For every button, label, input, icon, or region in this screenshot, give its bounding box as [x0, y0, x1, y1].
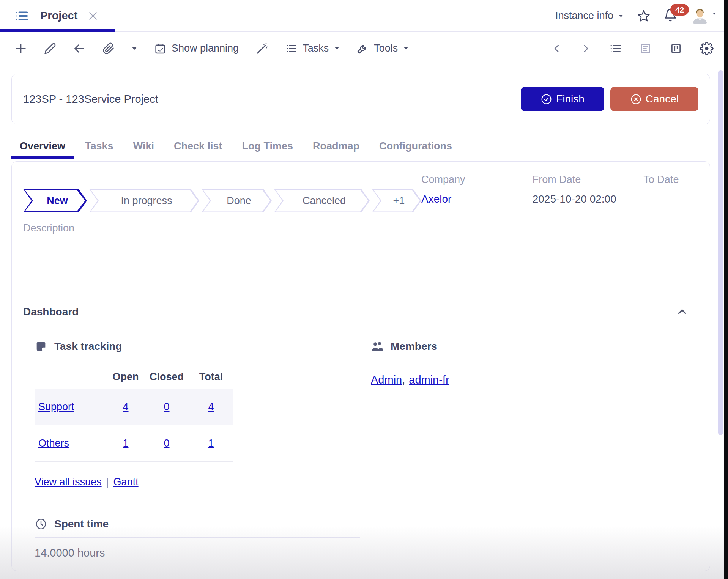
more-actions-caret-icon[interactable]: [131, 46, 137, 52]
notification-count-badge: 42: [670, 4, 689, 16]
cancel-label: Cancel: [646, 93, 679, 105]
magic-wand-icon[interactable]: [255, 42, 268, 55]
record-header-card: 123SP - 123Service Project Finish: [11, 74, 710, 124]
table-header-row: Open Closed Total: [35, 365, 233, 389]
tab-log-times[interactable]: Log Times: [233, 140, 301, 158]
check-circle-icon: [540, 93, 552, 105]
others-total-link[interactable]: 1: [208, 437, 214, 449]
dashboard-divider: [23, 324, 698, 324]
open-view-tab[interactable]: Project: [40, 9, 99, 22]
tab-configurations[interactable]: Configurations: [371, 140, 460, 158]
task-tracking-title: Task tracking: [54, 340, 122, 352]
description-label: Description: [23, 222, 698, 234]
instance-info-label: Instance info: [555, 10, 613, 22]
tab-check-list[interactable]: Check list: [165, 140, 231, 158]
support-open-link[interactable]: 4: [123, 401, 128, 412]
close-tab-icon[interactable]: [87, 10, 99, 22]
tasks-label: Tasks: [303, 42, 329, 54]
cancel-button[interactable]: Cancel: [610, 87, 698, 111]
others-closed-link[interactable]: 0: [164, 437, 169, 449]
others-open-link[interactable]: 1: [123, 437, 128, 449]
collapse-chevron-up-icon[interactable]: [676, 305, 689, 318]
from-date-field: From Date 2025-10-20 02:00: [533, 174, 644, 205]
tab-wiki[interactable]: Wiki: [125, 140, 162, 158]
finish-button[interactable]: Finish: [521, 87, 604, 111]
chevron-down-icon: [712, 11, 717, 16]
tasks-menu-button[interactable]: Tasks: [285, 42, 340, 55]
gantt-link[interactable]: Gantt: [113, 476, 139, 488]
record-title: 123SP - 123Service Project: [23, 93, 158, 105]
active-tab-underline: [0, 29, 115, 32]
overview-panel: New In progress Done Canceled +1: [11, 161, 710, 571]
finish-label: Finish: [556, 93, 585, 105]
spent-time-panel: Spent time 14.0000 hours: [35, 518, 360, 559]
x-circle-icon: [630, 93, 642, 105]
dashboard-title: Dashboard: [23, 306, 79, 318]
wrench-icon: [356, 42, 369, 55]
status-step-done[interactable]: Done: [202, 189, 272, 212]
settings-gear-icon[interactable]: [700, 42, 714, 55]
col-open: Open: [107, 371, 144, 383]
tab-roadmap[interactable]: Roadmap: [304, 140, 368, 158]
next-record-icon[interactable]: [580, 43, 591, 54]
to-date-label: To Date: [643, 174, 710, 186]
calendar-icon: [154, 42, 166, 55]
attachment-paperclip-icon[interactable]: [102, 42, 115, 55]
scrollbar-thumb[interactable]: [718, 70, 723, 435]
user-menu[interactable]: [690, 6, 717, 26]
spent-time-value: 14.0000 hours: [35, 547, 360, 559]
support-total-link[interactable]: 4: [208, 401, 214, 412]
tools-menu-button[interactable]: Tools: [356, 42, 409, 55]
status-step-more[interactable]: +1: [372, 189, 421, 212]
support-closed-link[interactable]: 0: [164, 401, 169, 412]
top-bar: Project Instance info: [0, 0, 728, 32]
record-tabs: Overview Tasks Wiki Check list Log Times…: [11, 140, 710, 158]
menu-list-icon[interactable]: [14, 9, 29, 23]
instance-info-menu[interactable]: Instance info: [555, 10, 624, 22]
member-admin-fr-link[interactable]: admin-fr: [409, 374, 449, 386]
member-admin-link[interactable]: Admin: [371, 374, 402, 386]
kanban-view-icon[interactable]: [670, 42, 682, 55]
chevron-down-icon: [618, 13, 624, 19]
status-step-new[interactable]: New: [23, 189, 87, 212]
support-link[interactable]: Support: [38, 401, 74, 412]
star-favorite-icon[interactable]: [637, 9, 651, 23]
prev-record-icon[interactable]: [551, 43, 563, 54]
grid-view-icon[interactable]: [609, 42, 622, 55]
members-panel: Members Admin,admin-fr: [371, 340, 698, 559]
dashboard-header: Dashboard: [23, 305, 698, 318]
task-tracking-panel: Task tracking Open Closed Total Support …: [35, 340, 360, 559]
screen-edge: [724, 0, 728, 579]
status-step-canceled[interactable]: Canceled: [274, 189, 370, 212]
task-tracking-table: Open Closed Total Support 4 0 4 Others: [35, 365, 233, 462]
table-row: Others 1 0 1: [35, 425, 233, 462]
members-people-icon: [371, 340, 384, 353]
view-all-issues-link[interactable]: View all issues: [35, 476, 102, 488]
show-planning-label: Show planning: [172, 42, 239, 54]
link-separator: |: [106, 476, 109, 488]
back-arrow-icon[interactable]: [73, 42, 86, 55]
company-value[interactable]: Axelor: [421, 193, 533, 205]
tab-tasks[interactable]: Tasks: [77, 140, 122, 158]
chevron-down-icon: [403, 46, 409, 51]
status-step-in-progress[interactable]: In progress: [89, 189, 199, 212]
from-date-value: 2025-10-20 02:00: [533, 193, 644, 205]
edit-pencil-icon[interactable]: [44, 42, 56, 55]
main-content: 123SP - 123Service Project Finish: [0, 74, 728, 571]
header-fields: Company Axelor From Date 2025-10-20 02:0…: [421, 174, 710, 205]
task-tracking-links: View all issues|Gantt: [35, 476, 360, 488]
spent-time-title: Spent time: [54, 518, 109, 530]
to-date-field: To Date: [643, 174, 710, 205]
status-pipeline: New In progress Done Canceled +1: [23, 189, 421, 212]
dashboard-panels: Task tracking Open Closed Total Support …: [23, 340, 698, 559]
new-record-icon[interactable]: [14, 42, 27, 55]
sticky-note-icon: [35, 340, 47, 353]
members-title: Members: [391, 340, 437, 352]
chevron-down-icon: [334, 46, 340, 51]
form-view-icon[interactable]: [639, 42, 652, 55]
notifications-bell[interactable]: 42: [663, 8, 677, 24]
others-link[interactable]: Others: [38, 437, 69, 449]
tab-overview[interactable]: Overview: [11, 140, 74, 158]
show-planning-button[interactable]: Show planning: [154, 42, 239, 55]
action-toolbar: Show planning: [0, 32, 728, 65]
